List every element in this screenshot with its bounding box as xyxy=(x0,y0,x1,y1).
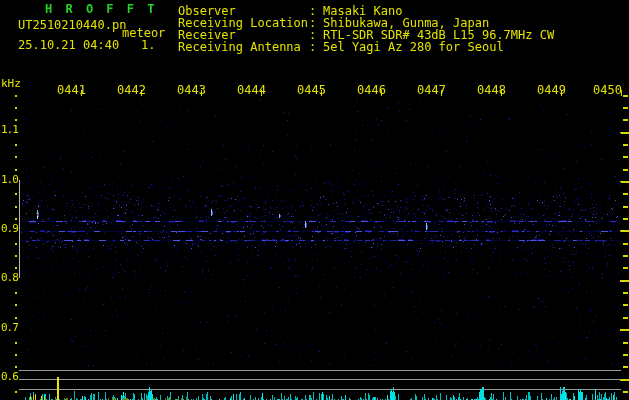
echo-count: 1. xyxy=(141,39,155,51)
capture-datetime: 25.10.21 04:40 xyxy=(18,39,119,51)
x-axis-tick-label: 0441 xyxy=(57,84,86,96)
y-axis-tick-label: 0.6 xyxy=(1,371,18,382)
hrofft-spectrogram-screen: H R O F F T UT2510210440.pn meteor 25.10… xyxy=(0,0,629,400)
y-axis-tick-label: 0.7 xyxy=(1,322,18,333)
x-axis-tick-label: 0450 xyxy=(593,84,622,96)
y-axis-tick-label: 0.8 xyxy=(1,272,18,283)
x-axis-tick-label: 0449 xyxy=(537,84,566,96)
x-axis-tick-label: 0443 xyxy=(177,84,206,96)
x-axis-tick-label: 0442 xyxy=(117,84,146,96)
y-axis-tick-label: 1.1 xyxy=(1,124,18,135)
capture-filename: UT2510210440.pn xyxy=(18,19,126,31)
y-axis-tick-label: 0.9 xyxy=(1,223,18,234)
info-value: 5el Yagi Az 280 for Seoul xyxy=(323,41,504,53)
y-axis-unit-label: kHz xyxy=(1,78,21,89)
y-axis-tick-label: 1.0 xyxy=(1,174,18,185)
x-axis-tick-label: 0448 xyxy=(477,84,506,96)
x-axis-tick-label: 0447 xyxy=(417,84,446,96)
info-label: Receiving Antenna xyxy=(178,41,301,53)
spectrogram-bitmap xyxy=(0,0,629,400)
x-axis-tick-label: 0446 xyxy=(357,84,386,96)
x-axis-tick-label: 0445 xyxy=(297,84,326,96)
app-title: H R O F F T xyxy=(45,3,157,15)
info-colon: : xyxy=(309,41,316,53)
x-axis-tick-label: 0444 xyxy=(237,84,266,96)
